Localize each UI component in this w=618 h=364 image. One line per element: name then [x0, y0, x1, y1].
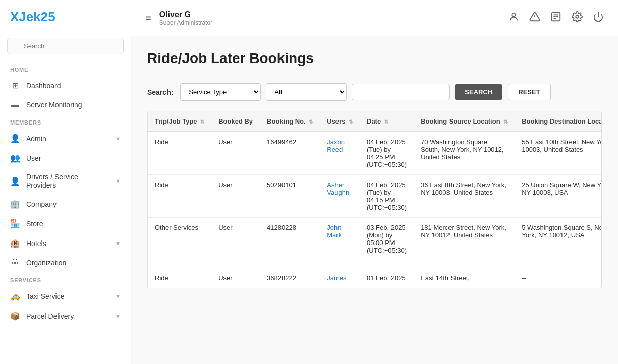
cell-booking-no: 36828222	[260, 268, 320, 288]
service-type-select[interactable]: Service Type Booking No User Date	[180, 83, 261, 101]
sidebar-item-label-drivers: Drivers / Service Providers	[26, 173, 109, 189]
company-icon: 🏢	[10, 199, 20, 209]
sidebar-item-parcel-delivery[interactable]: 📦 Parcel Delivery ▼	[0, 306, 131, 326]
settings-icon[interactable]	[572, 11, 583, 25]
header-user-name: Oliver G	[159, 10, 212, 19]
sidebar-logo: XJek25	[0, 0, 131, 34]
col-dest: Booking Destination Location ⇅	[515, 111, 602, 132]
cell-user: Jaxon Reed	[320, 132, 360, 175]
logo-text-blue: 25	[41, 9, 55, 24]
sidebar-item-taxi-service[interactable]: 🚕 Taxi Service ▼	[0, 286, 131, 306]
cell-trip-type: Ride	[148, 132, 211, 175]
col-users: Users ⇅	[320, 111, 360, 132]
cell-trip-type: Ride	[148, 175, 211, 218]
sidebar-search-input[interactable]	[7, 38, 124, 54]
sidebar-item-organization[interactable]: 🏛 Organization	[0, 253, 131, 272]
table-head: Trip/Job Type ⇅ Booked By Booking No. ⇅ …	[148, 111, 602, 132]
parcel-arrow-icon: ▼	[115, 313, 121, 319]
sidebar-item-label-company: Company	[26, 200, 121, 208]
organization-icon: 🏛	[10, 258, 20, 267]
cell-date: 04 Feb, 2025 (Tue) by 04:25 PM (UTC:+05:…	[360, 132, 414, 175]
admin-arrow-icon: ▼	[115, 136, 121, 142]
col-booked-by: Booked By	[211, 111, 260, 132]
sort-arrow-date: ⇅	[384, 119, 388, 125]
hotels-arrow-icon: ▼	[115, 240, 121, 247]
sidebar-item-server-monitoring[interactable]: ▬ Server Monitoring	[0, 95, 131, 114]
sidebar-item-store[interactable]: 🏪 Store	[0, 214, 131, 233]
page-divider	[147, 71, 602, 71]
sidebar-item-drivers-service-providers[interactable]: 👤 Drivers / Service Providers ▼	[0, 168, 131, 194]
profile-icon[interactable]	[508, 11, 519, 25]
sidebar-item-label-dashboard: Dashboard	[26, 82, 121, 90]
sidebar-item-dashboard[interactable]: ⊞ Dashboard	[0, 76, 131, 95]
cell-user: James	[320, 268, 360, 288]
taxi-icon: 🚕	[10, 291, 20, 301]
cell-dest: 25 Union Square W, New York, NY 10003, U…	[515, 175, 602, 218]
search-text-input[interactable]	[352, 84, 450, 100]
sidebar-item-admin[interactable]: 👤 Admin ▼	[0, 129, 131, 148]
logo-text-black: XJek	[10, 9, 41, 24]
cell-user: Asher Vaughn	[320, 175, 360, 218]
svg-point-0	[512, 13, 515, 17]
sidebar-item-label-server-monitoring: Server Monitoring	[26, 101, 121, 109]
store-icon: 🏪	[10, 219, 20, 228]
sidebar-item-label-taxi: Taxi Service	[26, 292, 109, 300]
cell-booking-no: 50290101	[260, 175, 320, 218]
bookings-table-wrapper: Trip/Job Type ⇅ Booked By Booking No. ⇅ …	[147, 111, 602, 288]
user-link[interactable]: John Mark	[327, 224, 342, 239]
col-booking-no: Booking No. ⇅	[260, 111, 320, 132]
sidebar-section-home: HOME	[0, 62, 131, 76]
sidebar-item-user[interactable]: 👥 User	[0, 148, 131, 168]
drivers-icon: 👤	[10, 176, 20, 186]
cell-booked-by: User	[211, 175, 260, 218]
cell-trip-type: Other Services	[148, 218, 211, 268]
sidebar-item-label-hotels: Hotels	[26, 239, 109, 248]
sidebar-item-label-user: User	[26, 154, 121, 162]
col-date: Date ⇅	[360, 111, 414, 132]
sort-arrow-booking: ⇅	[309, 119, 313, 125]
sidebar-item-label-admin: Admin	[26, 135, 109, 143]
table-row: Ride User 16499462 Jaxon Reed 04 Feb, 20…	[148, 132, 602, 175]
filter-select[interactable]: All Ride Other Services	[266, 83, 347, 101]
main-area: ≡ Oliver G Super Administrator	[131, 0, 618, 364]
header-icons	[508, 11, 604, 25]
sidebar-item-company[interactable]: 🏢 Company	[0, 194, 131, 214]
table-row: Other Services User 41280228 John Mark 0…	[148, 218, 602, 268]
alert-icon[interactable]	[529, 11, 540, 25]
header: ≡ Oliver G Super Administrator	[131, 0, 618, 36]
sidebar-item-label-parcel: Parcel Delivery	[26, 312, 109, 320]
user-link[interactable]: Jaxon Reed	[327, 138, 345, 153]
document-icon[interactable]	[550, 11, 561, 25]
cell-booked-by: User	[211, 132, 260, 175]
server-monitoring-icon: ▬	[10, 100, 20, 109]
admin-icon: 👤	[10, 134, 20, 143]
col-source: Booking Source Location ⇅	[414, 111, 515, 132]
bookings-table: Trip/Job Type ⇅ Booked By Booking No. ⇅ …	[148, 111, 602, 288]
page-title: Ride/Job Later Bookings	[147, 50, 602, 67]
table-body: Ride User 16499462 Jaxon Reed 04 Feb, 20…	[148, 132, 602, 288]
sidebar-item-hotels[interactable]: 🏨 Hotels ▼	[0, 233, 131, 253]
table-row: Ride User 36828222 James 01 Feb, 2025 Ea…	[148, 268, 602, 288]
search-button[interactable]: SEARCH	[455, 84, 502, 100]
sidebar-search-wrapper: 🔍	[0, 34, 131, 62]
cell-dest: 5 Washington Square S, New York, NY 1001…	[515, 218, 602, 268]
cell-dest: --	[515, 268, 602, 288]
cell-booked-by: User	[211, 218, 260, 268]
cell-booking-no: 41280228	[260, 218, 320, 268]
user-icon: 👥	[10, 153, 20, 163]
cell-date: 04 Feb, 2025 (Tue) by 04:15 PM (UTC:+05:…	[360, 175, 414, 218]
cell-source: 181 Mercer Street, New York, NY 10012, U…	[414, 218, 515, 268]
search-label: Search:	[147, 88, 173, 96]
cell-trip-type: Ride	[148, 268, 211, 288]
user-link[interactable]: Asher Vaughn	[327, 181, 349, 196]
power-icon[interactable]	[593, 11, 604, 25]
sort-arrow-trip: ⇅	[200, 119, 204, 125]
dashboard-icon: ⊞	[10, 81, 20, 90]
sort-arrow-users: ⇅	[349, 119, 353, 125]
svg-point-7	[576, 15, 579, 18]
user-link[interactable]: James	[327, 274, 346, 282]
reset-button[interactable]: RESET	[508, 84, 550, 100]
menu-icon[interactable]: ≡	[145, 12, 151, 24]
sidebar-section-services: SERVICES	[0, 272, 131, 286]
parcel-icon: 📦	[10, 311, 20, 321]
